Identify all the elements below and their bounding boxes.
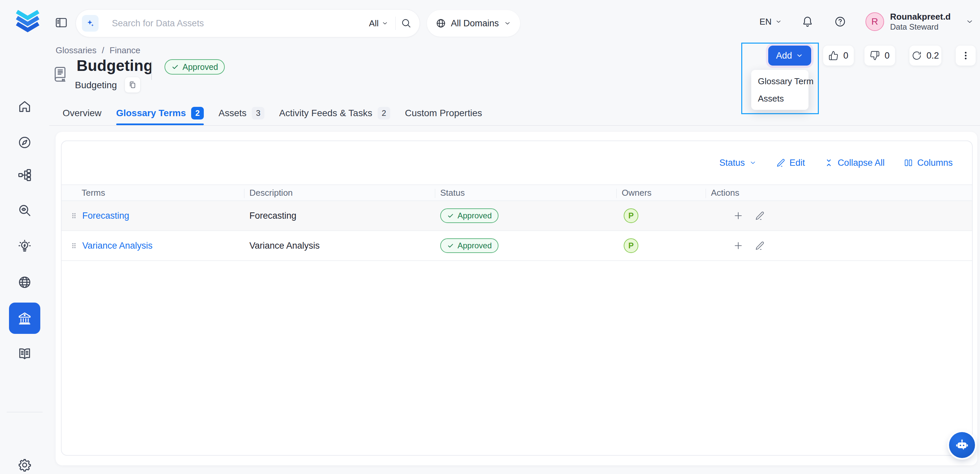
breadcrumb-glossaries[interactable]: Glossaries [56,45,97,56]
sidebar-item-explore[interactable] [18,135,32,150]
home-icon [18,99,32,114]
domains-selector[interactable]: All Domains [427,10,520,37]
column-header-terms: Terms [62,185,244,200]
lineage-icon [18,168,32,183]
edit-term-icon[interactable] [755,241,765,251]
table-header-row: Terms Description Status Owners Actions [62,185,972,201]
search-input[interactable] [112,18,366,29]
content-panel: Status Edit Collapse All Columns Terms [56,132,977,465]
sidebar-toggle-icon[interactable] [55,16,68,29]
edit-label: Edit [789,158,805,168]
page-title: Budgeting [76,57,153,75]
term-link[interactable]: Forecasting [82,211,129,221]
user-menu[interactable]: R Rounakpreet.d Data Steward [865,11,974,32]
tab-label: Activity Feeds & Tasks [279,108,372,119]
menu-item-assets[interactable]: Assets [751,90,808,107]
sidebar-item-settings[interactable] [18,458,32,472]
version-history-icon [912,51,922,60]
columns-button[interactable]: Columns [904,158,953,168]
owner-avatar: P [624,208,638,223]
help-icon[interactable] [834,16,846,28]
status-badge: Approved [164,59,225,75]
search-icon[interactable] [401,18,412,29]
search-divider [395,17,396,30]
upvote-count: 0 [843,51,848,61]
kebab-icon [961,51,970,60]
tab-label: Overview [63,108,102,119]
terms-card: Status Edit Collapse All Columns Terms [61,140,973,456]
upvote-button[interactable]: 0 [823,46,854,65]
status-badge: Approved [440,208,498,223]
title-divider [151,61,152,80]
more-options-button[interactable] [956,46,976,65]
sidebar-item-home[interactable] [18,99,32,114]
status-filter-label: Status [719,158,745,168]
glossary-book-icon [52,65,69,83]
status-badge-label: Approved [458,241,492,250]
tab-label: Assets [218,108,247,119]
compass-icon [18,135,32,150]
ai-sparkle-icon[interactable] [82,15,99,32]
term-link[interactable]: Variance Analysis [82,241,153,251]
sidebar-item-glossary-active[interactable] [9,302,40,334]
version-button[interactable]: 0.2 [909,46,941,65]
gear-icon [18,458,32,472]
downvote-button[interactable]: 0 [864,46,895,65]
tab-custom-properties[interactable]: Custom Properties [405,104,482,124]
status-badge: Approved [440,238,498,253]
sidebar-item-observability[interactable] [18,203,32,218]
user-avatar: R [865,12,884,31]
search-scope-value: All [369,18,379,29]
language-selector[interactable]: EN [760,17,782,27]
collapse-all-label: Collapse All [837,158,885,168]
user-initial: R [872,16,878,27]
drag-handle-icon[interactable] [70,242,78,249]
globe-icon [18,275,32,289]
menu-item-glossary-term[interactable]: Glossary Term [751,73,808,90]
chat-bot-button[interactable] [949,432,975,458]
sidebar-item-domains[interactable] [18,275,32,289]
edit-button[interactable]: Edit [776,158,805,168]
term-description: Variance Analysis [244,241,435,251]
chevron-down-icon [749,159,757,167]
tab-overview[interactable]: Overview [63,104,102,124]
check-icon [171,63,179,71]
tab-assets[interactable]: Assets 3 [218,104,264,124]
table-row: Forecasting Forecasting Approved P [62,201,972,231]
sidebar-item-lineage[interactable] [18,168,32,183]
pencil-icon [776,158,786,167]
globe-icon [436,18,446,29]
copy-button[interactable] [125,77,140,92]
tab-label: Custom Properties [405,108,482,119]
tab-glossary-terms[interactable]: Glossary Terms 2 [116,104,204,124]
tab-activity-feeds[interactable]: Activity Feeds & Tasks 2 [279,104,390,124]
table-row: Variance Analysis Variance Analysis Appr… [62,231,972,261]
thumbs-down-icon [870,51,880,60]
user-role: Data Steward [890,22,951,32]
sidebar-item-insights[interactable] [18,239,32,254]
lightbulb-icon [18,239,32,254]
status-badge-label: Approved [183,62,218,72]
columns-label: Columns [917,158,953,168]
add-button[interactable]: Add [768,46,811,65]
owner-avatar: P [624,238,638,253]
notifications-bell-icon[interactable] [802,16,813,28]
status-filter[interactable]: Status [719,158,757,168]
global-search-bar[interactable]: All [76,9,420,37]
breadcrumb: Glossaries / Finance [56,45,140,56]
drag-handle-icon[interactable] [70,212,78,220]
columns-icon [904,158,913,167]
search-scope-select[interactable]: All [366,18,392,29]
edit-term-icon[interactable] [755,211,765,221]
collapse-all-button[interactable]: Collapse All [824,158,885,168]
add-child-term-icon[interactable] [733,240,744,251]
downvote-count: 0 [885,51,889,61]
sidebar-item-knowledge-center[interactable] [18,347,32,361]
column-header-status: Status [435,185,616,200]
add-child-term-icon[interactable] [733,210,744,221]
breadcrumb-finance[interactable]: Finance [110,45,140,56]
left-nav-rail [0,43,49,474]
chevron-down-icon [795,52,803,60]
owner-initial: P [628,211,634,220]
tab-count-badge: 2 [378,107,390,119]
